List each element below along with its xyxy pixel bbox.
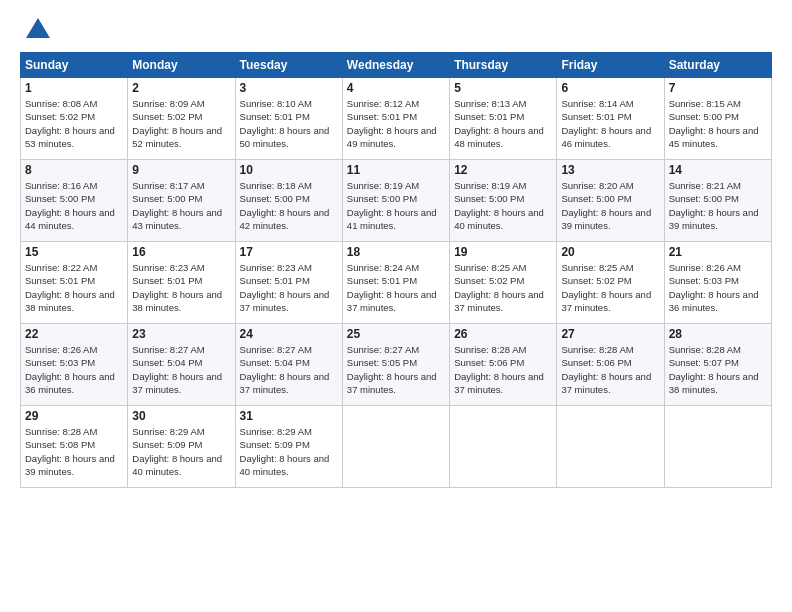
day-number: 29 <box>25 409 123 423</box>
weekday-header: Thursday <box>450 53 557 78</box>
weekday-header: Saturday <box>664 53 771 78</box>
day-info: Sunrise: 8:28 AM Sunset: 5:08 PM Dayligh… <box>25 425 123 478</box>
day-info: Sunrise: 8:29 AM Sunset: 5:09 PM Dayligh… <box>132 425 230 478</box>
day-number: 25 <box>347 327 445 341</box>
calendar-table: SundayMondayTuesdayWednesdayThursdayFrid… <box>20 52 772 488</box>
day-number: 21 <box>669 245 767 259</box>
calendar-day-cell <box>342 406 449 488</box>
day-info: Sunrise: 8:10 AM Sunset: 5:01 PM Dayligh… <box>240 97 338 150</box>
calendar-day-cell: 6 Sunrise: 8:14 AM Sunset: 5:01 PM Dayli… <box>557 78 664 160</box>
day-number: 27 <box>561 327 659 341</box>
day-number: 2 <box>132 81 230 95</box>
day-number: 18 <box>347 245 445 259</box>
calendar-day-cell: 9 Sunrise: 8:17 AM Sunset: 5:00 PM Dayli… <box>128 160 235 242</box>
calendar-day-cell: 18 Sunrise: 8:24 AM Sunset: 5:01 PM Dayl… <box>342 242 449 324</box>
page: SundayMondayTuesdayWednesdayThursdayFrid… <box>0 0 792 612</box>
calendar-day-cell <box>664 406 771 488</box>
day-number: 5 <box>454 81 552 95</box>
calendar-day-cell: 14 Sunrise: 8:21 AM Sunset: 5:00 PM Dayl… <box>664 160 771 242</box>
day-info: Sunrise: 8:19 AM Sunset: 5:00 PM Dayligh… <box>347 179 445 232</box>
calendar-day-cell: 17 Sunrise: 8:23 AM Sunset: 5:01 PM Dayl… <box>235 242 342 324</box>
calendar-day-cell: 25 Sunrise: 8:27 AM Sunset: 5:05 PM Dayl… <box>342 324 449 406</box>
calendar-day-cell: 29 Sunrise: 8:28 AM Sunset: 5:08 PM Dayl… <box>21 406 128 488</box>
day-number: 13 <box>561 163 659 177</box>
calendar-week-row: 1 Sunrise: 8:08 AM Sunset: 5:02 PM Dayli… <box>21 78 772 160</box>
day-number: 16 <box>132 245 230 259</box>
day-number: 22 <box>25 327 123 341</box>
day-info: Sunrise: 8:23 AM Sunset: 5:01 PM Dayligh… <box>132 261 230 314</box>
calendar-day-cell: 26 Sunrise: 8:28 AM Sunset: 5:06 PM Dayl… <box>450 324 557 406</box>
calendar-day-cell: 13 Sunrise: 8:20 AM Sunset: 5:00 PM Dayl… <box>557 160 664 242</box>
day-info: Sunrise: 8:22 AM Sunset: 5:01 PM Dayligh… <box>25 261 123 314</box>
weekday-header: Friday <box>557 53 664 78</box>
day-number: 31 <box>240 409 338 423</box>
calendar-day-cell: 23 Sunrise: 8:27 AM Sunset: 5:04 PM Dayl… <box>128 324 235 406</box>
day-number: 4 <box>347 81 445 95</box>
calendar-day-cell: 19 Sunrise: 8:25 AM Sunset: 5:02 PM Dayl… <box>450 242 557 324</box>
day-number: 1 <box>25 81 123 95</box>
day-info: Sunrise: 8:27 AM Sunset: 5:04 PM Dayligh… <box>132 343 230 396</box>
day-number: 6 <box>561 81 659 95</box>
day-number: 20 <box>561 245 659 259</box>
weekday-header: Tuesday <box>235 53 342 78</box>
day-info: Sunrise: 8:12 AM Sunset: 5:01 PM Dayligh… <box>347 97 445 150</box>
calendar-day-cell: 11 Sunrise: 8:19 AM Sunset: 5:00 PM Dayl… <box>342 160 449 242</box>
calendar-week-row: 29 Sunrise: 8:28 AM Sunset: 5:08 PM Dayl… <box>21 406 772 488</box>
calendar-day-cell: 21 Sunrise: 8:26 AM Sunset: 5:03 PM Dayl… <box>664 242 771 324</box>
calendar-day-cell: 10 Sunrise: 8:18 AM Sunset: 5:00 PM Dayl… <box>235 160 342 242</box>
day-info: Sunrise: 8:13 AM Sunset: 5:01 PM Dayligh… <box>454 97 552 150</box>
calendar-day-cell: 20 Sunrise: 8:25 AM Sunset: 5:02 PM Dayl… <box>557 242 664 324</box>
day-info: Sunrise: 8:28 AM Sunset: 5:06 PM Dayligh… <box>454 343 552 396</box>
calendar-day-cell: 4 Sunrise: 8:12 AM Sunset: 5:01 PM Dayli… <box>342 78 449 160</box>
day-number: 26 <box>454 327 552 341</box>
day-number: 3 <box>240 81 338 95</box>
day-info: Sunrise: 8:21 AM Sunset: 5:00 PM Dayligh… <box>669 179 767 232</box>
day-info: Sunrise: 8:17 AM Sunset: 5:00 PM Dayligh… <box>132 179 230 232</box>
calendar-day-cell <box>557 406 664 488</box>
day-number: 23 <box>132 327 230 341</box>
day-number: 14 <box>669 163 767 177</box>
day-info: Sunrise: 8:27 AM Sunset: 5:04 PM Dayligh… <box>240 343 338 396</box>
day-info: Sunrise: 8:25 AM Sunset: 5:02 PM Dayligh… <box>454 261 552 314</box>
calendar-week-row: 22 Sunrise: 8:26 AM Sunset: 5:03 PM Dayl… <box>21 324 772 406</box>
day-info: Sunrise: 8:28 AM Sunset: 5:06 PM Dayligh… <box>561 343 659 396</box>
day-number: 28 <box>669 327 767 341</box>
calendar-header-row: SundayMondayTuesdayWednesdayThursdayFrid… <box>21 53 772 78</box>
weekday-header: Monday <box>128 53 235 78</box>
calendar-day-cell: 8 Sunrise: 8:16 AM Sunset: 5:00 PM Dayli… <box>21 160 128 242</box>
day-info: Sunrise: 8:28 AM Sunset: 5:07 PM Dayligh… <box>669 343 767 396</box>
day-info: Sunrise: 8:09 AM Sunset: 5:02 PM Dayligh… <box>132 97 230 150</box>
day-info: Sunrise: 8:29 AM Sunset: 5:09 PM Dayligh… <box>240 425 338 478</box>
day-number: 17 <box>240 245 338 259</box>
day-info: Sunrise: 8:15 AM Sunset: 5:00 PM Dayligh… <box>669 97 767 150</box>
calendar-day-cell: 24 Sunrise: 8:27 AM Sunset: 5:04 PM Dayl… <box>235 324 342 406</box>
day-number: 24 <box>240 327 338 341</box>
svg-marker-0 <box>26 18 50 38</box>
day-info: Sunrise: 8:14 AM Sunset: 5:01 PM Dayligh… <box>561 97 659 150</box>
header <box>20 16 772 44</box>
calendar-day-cell <box>450 406 557 488</box>
day-info: Sunrise: 8:08 AM Sunset: 5:02 PM Dayligh… <box>25 97 123 150</box>
calendar-day-cell: 15 Sunrise: 8:22 AM Sunset: 5:01 PM Dayl… <box>21 242 128 324</box>
calendar-day-cell: 16 Sunrise: 8:23 AM Sunset: 5:01 PM Dayl… <box>128 242 235 324</box>
day-info: Sunrise: 8:19 AM Sunset: 5:00 PM Dayligh… <box>454 179 552 232</box>
calendar-week-row: 15 Sunrise: 8:22 AM Sunset: 5:01 PM Dayl… <box>21 242 772 324</box>
calendar-day-cell: 22 Sunrise: 8:26 AM Sunset: 5:03 PM Dayl… <box>21 324 128 406</box>
day-number: 19 <box>454 245 552 259</box>
logo-icon <box>24 16 52 44</box>
calendar-week-row: 8 Sunrise: 8:16 AM Sunset: 5:00 PM Dayli… <box>21 160 772 242</box>
day-number: 12 <box>454 163 552 177</box>
weekday-header: Wednesday <box>342 53 449 78</box>
calendar-day-cell: 3 Sunrise: 8:10 AM Sunset: 5:01 PM Dayli… <box>235 78 342 160</box>
calendar-day-cell: 5 Sunrise: 8:13 AM Sunset: 5:01 PM Dayli… <box>450 78 557 160</box>
day-info: Sunrise: 8:27 AM Sunset: 5:05 PM Dayligh… <box>347 343 445 396</box>
day-info: Sunrise: 8:20 AM Sunset: 5:00 PM Dayligh… <box>561 179 659 232</box>
calendar-day-cell: 2 Sunrise: 8:09 AM Sunset: 5:02 PM Dayli… <box>128 78 235 160</box>
day-info: Sunrise: 8:25 AM Sunset: 5:02 PM Dayligh… <box>561 261 659 314</box>
day-info: Sunrise: 8:18 AM Sunset: 5:00 PM Dayligh… <box>240 179 338 232</box>
day-number: 10 <box>240 163 338 177</box>
calendar-day-cell: 1 Sunrise: 8:08 AM Sunset: 5:02 PM Dayli… <box>21 78 128 160</box>
calendar-day-cell: 31 Sunrise: 8:29 AM Sunset: 5:09 PM Dayl… <box>235 406 342 488</box>
calendar-day-cell: 28 Sunrise: 8:28 AM Sunset: 5:07 PM Dayl… <box>664 324 771 406</box>
day-number: 30 <box>132 409 230 423</box>
